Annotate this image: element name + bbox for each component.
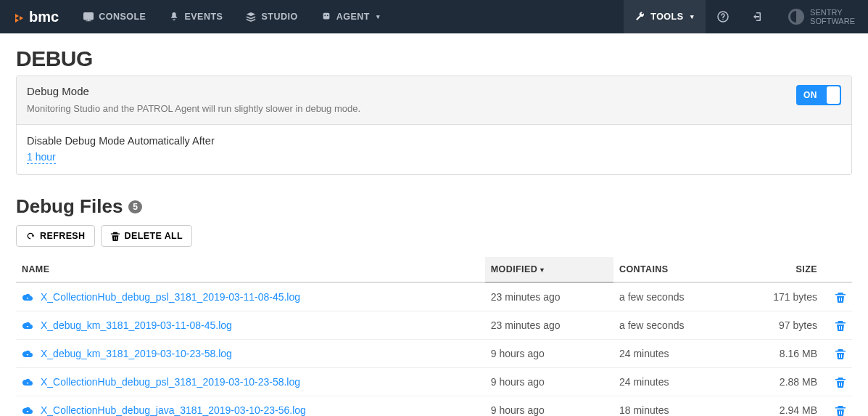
debug-mode-heading: Debug Mode (27, 85, 796, 97)
file-action-cell (823, 340, 852, 368)
nav-help[interactable] (706, 0, 740, 33)
vendor-brand: SENTRY SOFTWARE (775, 0, 868, 33)
download-icon[interactable] (22, 291, 33, 303)
file-modified-cell: 9 hours ago (485, 368, 613, 396)
chevron-down-icon: ▾ (376, 13, 381, 20)
file-size-cell: 2.88 MB (735, 368, 823, 396)
table-row: X_debug_km_3181_2019-03-11-08-45.log23 m… (16, 311, 852, 340)
debug-mode-header: Debug Mode Monitoring Studio and the PAT… (17, 76, 851, 125)
nav-logout[interactable] (740, 0, 775, 33)
sort-desc-icon: ▼ (539, 266, 545, 274)
robot-icon (321, 12, 331, 22)
file-modified-cell: 9 hours ago (485, 340, 613, 368)
file-link[interactable]: X_debug_km_3181_2019-03-11-08-45.log (41, 319, 232, 331)
nav-item-label: EVENTS (184, 12, 223, 22)
nav-tools[interactable]: TOOLS ▾ (624, 0, 706, 33)
file-contains-cell: a few seconds (613, 282, 735, 311)
nav-item-label: CONSOLE (99, 12, 146, 22)
download-icon[interactable] (22, 348, 33, 359)
file-name-cell: X_debug_km_3181_2019-03-11-08-45.log (16, 311, 485, 340)
table-row: X_debug_km_3181_2019-03-10-23-58.log9 ho… (16, 340, 852, 368)
file-modified-cell: 23 minutes ago (485, 282, 613, 311)
file-link[interactable]: X_debug_km_3181_2019-03-10-23-58.log (41, 348, 232, 359)
chevron-down-icon: ▾ (690, 13, 695, 20)
help-icon (717, 11, 729, 23)
file-contains-cell: 24 minutes (613, 368, 735, 396)
file-name-cell: X_CollectionHub_debug_psl_3181_2019-03-1… (16, 282, 485, 311)
delete-file-button[interactable] (835, 291, 846, 303)
nav-item-label: STUDIO (261, 12, 297, 22)
table-row: X_CollectionHub_debug_psl_3181_2019-03-1… (16, 282, 852, 311)
debug-mode-toggle[interactable]: ON (796, 85, 841, 105)
nav-console[interactable]: CONSOLE (72, 12, 157, 22)
file-contains-cell: 18 minutes (613, 396, 735, 417)
file-action-cell (823, 282, 852, 311)
file-name-cell: X_debug_km_3181_2019-03-10-23-58.log (16, 340, 485, 368)
file-contains-cell: 24 minutes (613, 340, 735, 368)
nav-item-label: AGENT (336, 12, 370, 22)
delete-all-button[interactable]: DELETE ALL (101, 225, 193, 247)
file-action-cell (823, 311, 852, 340)
col-contains-header[interactable]: CONTAINS (613, 257, 735, 282)
auto-disable-label: Disable Debug Mode Automatically After (27, 135, 841, 147)
nav-right: TOOLS ▾ SENTRY SOFTWARE (624, 0, 868, 33)
vendor-line1: SENTRY (810, 8, 855, 17)
layers-icon (246, 12, 256, 22)
table-row: X_CollectionHub_debug_java_3181_2019-03-… (16, 396, 852, 417)
delete-file-button[interactable] (835, 376, 846, 388)
download-icon[interactable] (22, 376, 33, 388)
toggle-knob (827, 86, 840, 104)
col-size-header[interactable]: SIZE (735, 257, 823, 282)
wrench-icon (635, 12, 645, 22)
vendor-line2: SOFTWARE (810, 17, 855, 25)
debug-files-heading-text: Debug Files (16, 195, 123, 218)
delete-file-button[interactable] (835, 319, 846, 331)
delete-all-button-label: DELETE ALL (125, 231, 183, 241)
bell-icon (169, 12, 179, 22)
download-icon[interactable] (22, 404, 33, 416)
file-link[interactable]: X_CollectionHub_debug_java_3181_2019-03-… (41, 404, 306, 416)
debug-mode-body: Disable Debug Mode Automatically After 1… (17, 125, 851, 174)
delete-file-button[interactable] (835, 348, 846, 359)
file-size-cell: 97 bytes (735, 311, 823, 340)
file-link[interactable]: X_CollectionHub_debug_psl_3181_2019-03-1… (41, 376, 300, 388)
top-navbar: bmc CONSOLEEVENTSSTUDIOAGENT▾ TOOLS ▾ SE… (0, 0, 868, 33)
nav-tools-label: TOOLS (650, 12, 683, 22)
file-action-cell (823, 368, 852, 396)
nav-events[interactable]: EVENTS (157, 12, 234, 22)
refresh-button[interactable]: REFRESH (16, 225, 95, 247)
nav-studio[interactable]: STUDIO (234, 12, 309, 22)
refresh-button-label: REFRESH (40, 231, 86, 241)
file-link[interactable]: X_CollectionHub_debug_psl_3181_2019-03-1… (41, 291, 300, 303)
debug-mode-toggle-label: ON (796, 90, 817, 100)
debug-mode-panel: Debug Mode Monitoring Studio and the PAT… (16, 76, 852, 175)
nav-left: bmc CONSOLEEVENTSSTUDIOAGENT▾ (0, 0, 392, 33)
sentry-logo-icon (788, 9, 804, 25)
file-name-cell: X_CollectionHub_debug_psl_3181_2019-03-1… (16, 368, 485, 396)
auto-disable-value[interactable]: 1 hour (27, 151, 56, 164)
trash-icon (110, 231, 120, 241)
debug-files-table: NAME MODIFIED▼ CONTAINS SIZE X_Collectio… (16, 257, 852, 416)
file-size-cell: 171 bytes (735, 282, 823, 311)
file-modified-cell: 23 minutes ago (485, 311, 613, 340)
download-icon[interactable] (22, 319, 33, 331)
col-action-header (823, 257, 852, 282)
debug-files-count: 5 (128, 200, 142, 213)
bmc-logo-icon (13, 9, 25, 24)
col-name-header[interactable]: NAME (16, 257, 485, 282)
delete-file-button[interactable] (835, 404, 846, 416)
brand-logo[interactable]: bmc (0, 9, 72, 25)
monitor-icon (83, 12, 94, 22)
file-name-cell: X_CollectionHub_debug_java_3181_2019-03-… (16, 396, 485, 417)
logout-icon (752, 11, 764, 23)
debug-files-heading: Debug Files 5 (16, 195, 852, 218)
table-row: X_CollectionHub_debug_psl_3181_2019-03-1… (16, 368, 852, 396)
page-title: DEBUG (16, 46, 852, 71)
file-modified-cell: 9 hours ago (485, 396, 613, 417)
file-action-cell (823, 396, 852, 417)
nav-agent[interactable]: AGENT▾ (310, 12, 392, 22)
debug-mode-description: Monitoring Studio and the PATROL Agent w… (27, 103, 796, 114)
page-body: DEBUG Debug Mode Monitoring Studio and t… (0, 33, 868, 416)
col-modified-header[interactable]: MODIFIED▼ (485, 257, 613, 282)
debug-files-actions: REFRESH DELETE ALL (16, 225, 852, 247)
